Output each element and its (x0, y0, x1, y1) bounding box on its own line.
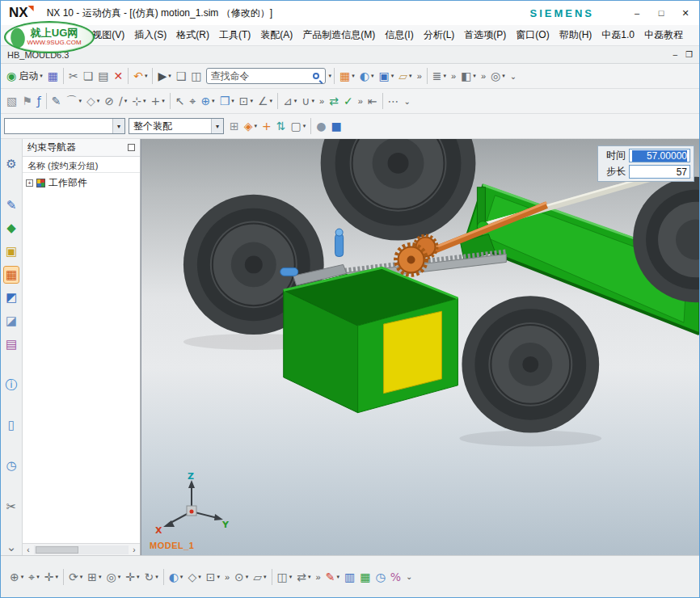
move-view-icon-dropdown[interactable]: ▾ (308, 574, 311, 580)
selection-ball-icon[interactable]: ⊕▾ (7, 567, 26, 587)
plus-tool-icon-dropdown[interactable]: ▾ (162, 98, 165, 104)
reuse-library-icon[interactable]: ◪ (4, 314, 19, 330)
zoom-icon[interactable]: ◎▾ (103, 567, 123, 587)
chassis-front-box[interactable] (284, 267, 458, 412)
refresh-icon-dropdown[interactable]: ▾ (80, 574, 83, 580)
menu-analysis[interactable]: 分析(L) (419, 25, 460, 45)
cube-icon[interactable]: ■ (328, 116, 344, 136)
target-point-icon[interactable]: ⌖▾ (26, 567, 41, 587)
close-button[interactable]: ✕ (680, 8, 691, 19)
information-icon[interactable]: ⓘ (4, 377, 19, 394)
refresh-icon[interactable]: ⟳▾ (66, 567, 85, 587)
create-point-icon[interactable]: + (259, 116, 274, 136)
orient-view-icon-dropdown[interactable]: ▾ (250, 98, 253, 104)
target-point-icon-dropdown[interactable]: ▾ (36, 574, 40, 580)
menu-help[interactable]: 帮助(H) (555, 25, 597, 45)
touch-mode-icon[interactable]: ◫ (188, 66, 204, 86)
move-object-icon[interactable]: ⊞ (227, 116, 242, 136)
part-navigator-icon[interactable]: ✎ (5, 197, 19, 213)
assembly-scope-dropdown-icon[interactable]: ▾ (211, 119, 223, 133)
sphere-nav-icon[interactable]: ⊕▾ (198, 91, 217, 111)
play-motion-icon-dropdown[interactable]: ▾ (168, 73, 171, 79)
wireframe-icon[interactable]: ◇▾ (185, 567, 203, 587)
cube-nav-icon-dropdown[interactable]: ▾ (231, 98, 234, 104)
first-frame-icon[interactable]: ⇤ (365, 91, 380, 111)
paste-icon[interactable]: ▤ (95, 66, 111, 86)
tree-expander-icon[interactable]: + (26, 179, 33, 187)
plus-tool-icon[interactable]: +▾ (149, 91, 167, 111)
scrollbar-track[interactable] (34, 545, 129, 554)
datum-icon-dropdown[interactable]: ▾ (97, 98, 100, 104)
pan-icon[interactable]: ✛▾ (123, 567, 141, 587)
line-tool-icon-dropdown[interactable]: ▾ (124, 98, 128, 104)
swap-view-icon[interactable]: ⇄ (327, 91, 341, 111)
clip-section-icon-dropdown[interactable]: ▾ (289, 574, 293, 580)
sync-modeling-icon[interactable]: ◎▾ (488, 66, 508, 86)
cube-nav-icon[interactable]: ❒▾ (217, 91, 237, 111)
shaded-display-icon[interactable]: ◐▾ (357, 66, 377, 86)
menu-format[interactable]: 格式(R) (171, 25, 214, 45)
undock-icon[interactable] (128, 144, 135, 151)
delete-icon[interactable]: ✕ (112, 66, 126, 86)
view-section-icon[interactable]: ◧▾ (458, 66, 479, 86)
command-finder[interactable]: 查找命令 (206, 68, 326, 84)
snap-point-icon[interactable]: ◈▾ (242, 116, 259, 136)
ok-icon[interactable]: ✓ (341, 91, 356, 111)
sync-modeling-icon-dropdown[interactable]: ▾ (502, 73, 505, 79)
maximize-button[interactable]: □ (656, 8, 667, 18)
command-history-icon[interactable]: ❑ (174, 66, 189, 86)
window-icon[interactable]: ▦▾ (337, 66, 357, 86)
history-icon[interactable]: ◷ (4, 458, 18, 474)
show-only-icon-dropdown[interactable]: ▾ (391, 73, 394, 79)
layer-settings-icon[interactable]: ≣▾ (430, 66, 449, 86)
wave-link-icon[interactable]: ⚑ (19, 91, 35, 111)
toolbar-options-chevron[interactable]: ⌄ (510, 72, 517, 81)
snap-view-icon-dropdown[interactable]: ▾ (246, 574, 249, 580)
snap-icon-dropdown[interactable]: ▾ (312, 98, 315, 104)
measure-icon-dropdown[interactable]: ▾ (294, 98, 297, 104)
pan-icon-dropdown[interactable]: ▾ (137, 574, 140, 580)
format-painter-icon[interactable]: ▧ (4, 91, 19, 111)
toolbar-overflow[interactable]: » (451, 71, 456, 81)
child-restore-button[interactable]: ❐ (685, 50, 693, 59)
assembly-scope-combo[interactable]: 整个装配 ▾ (129, 118, 224, 134)
view-section-icon-dropdown[interactable]: ▾ (473, 73, 476, 79)
sphere-nav-icon-dropdown[interactable]: ▾ (212, 98, 215, 104)
selection-ball-icon-dropdown[interactable]: ▾ (21, 574, 24, 580)
copy-icon[interactable]: ❏ (81, 66, 96, 86)
constraint-navigator-icon[interactable]: ▦ (4, 267, 19, 283)
menu-zhonglei-tutorial[interactable]: 中磊教程 (639, 25, 688, 45)
toolbar-overflow[interactable]: » (358, 96, 363, 106)
show-only-icon[interactable]: ▣▾ (377, 66, 397, 86)
wheel-rear-left[interactable] (321, 139, 476, 241)
orient-view-icon[interactable]: ⊡▾ (237, 91, 255, 111)
wireframe-icon-dropdown[interactable]: ▾ (198, 574, 201, 580)
snap-view-icon[interactable]: ⊙▾ (232, 567, 251, 587)
motion-navigator-icon[interactable]: ▣ (4, 244, 19, 260)
spreadsheet-icon[interactable]: ▦ (357, 567, 373, 587)
touch-tools-icon[interactable]: ✂ (5, 499, 19, 515)
menu-zhonglei-10[interactable]: 中磊1.0 (597, 25, 639, 45)
start-app-button-dropdown[interactable]: ▾ (40, 73, 43, 79)
view-orient-icon-dropdown[interactable]: ▾ (217, 574, 220, 580)
start-app-button[interactable]: ◉启动▾ (4, 66, 45, 86)
menu-assemblies[interactable]: 装配(A) (255, 25, 297, 45)
strip-more-icon[interactable]: ⌄ (5, 539, 19, 555)
deselect-icon[interactable]: ⊘ (102, 91, 116, 111)
play-motion-icon[interactable]: ▶▾ (155, 66, 173, 86)
window-icon-dropdown[interactable]: ▾ (352, 73, 355, 79)
measure-arrows-icon[interactable]: ⇅ (274, 116, 289, 136)
notes-icon[interactable]: ▯ (6, 418, 16, 434)
navigator-hscrollbar[interactable]: ‹ › (23, 543, 140, 555)
fit-window-icon[interactable]: ⊞▾ (85, 567, 103, 587)
layer-settings-icon-dropdown[interactable]: ▾ (443, 73, 446, 79)
point-tool-icon[interactable]: ⊹▾ (129, 91, 148, 111)
perspective-icon[interactable]: ▱▾ (251, 567, 268, 587)
time-input[interactable]: 57.00000 (629, 149, 690, 162)
undo-icon[interactable]: ↶▾ (131, 66, 150, 86)
angle-tool-icon[interactable]: ∠▾ (255, 91, 275, 111)
handle-icon[interactable]: ✛▾ (42, 567, 61, 587)
move-view-icon[interactable]: ⇄▾ (294, 567, 313, 587)
select-rect-icon[interactable]: ▢▾ (289, 116, 309, 136)
toolbar-options-chevron[interactable]: ⌄ (406, 572, 412, 581)
